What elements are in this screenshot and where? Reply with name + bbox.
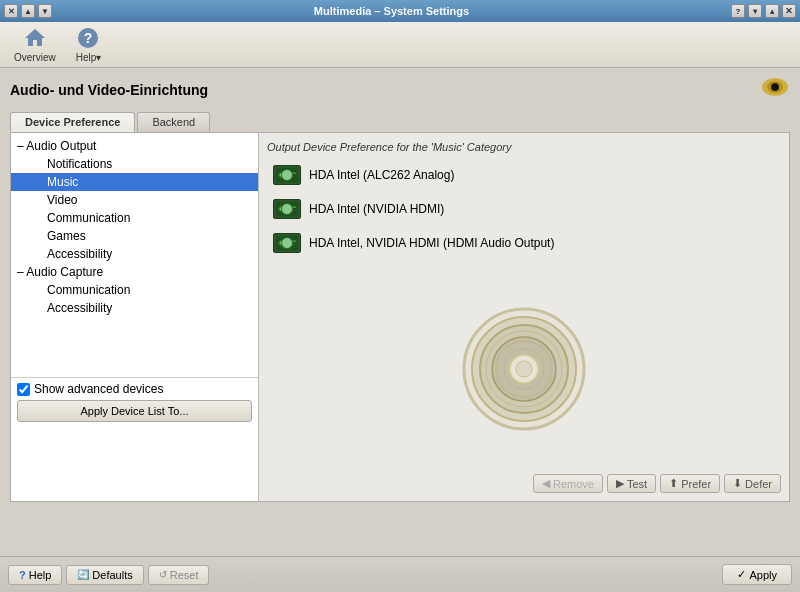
defaults-button[interactable]: 🔄 Defaults — [66, 565, 143, 585]
main-content: Audio- und Video-Einrichtung Device Pref… — [0, 68, 800, 556]
apply-button[interactable]: ✓ Apply — [722, 564, 792, 585]
svg-point-15 — [280, 208, 283, 211]
svg-rect-11 — [287, 176, 294, 178]
device-label-1: HDA Intel (ALC262 Analog) — [309, 168, 454, 182]
remove-button[interactable]: ◀ Remove — [533, 474, 603, 493]
svg-rect-23 — [287, 244, 294, 246]
tree-item-audio-output[interactable]: – Audio Output — [11, 137, 258, 155]
prefer-icon: ⬆ — [669, 477, 678, 490]
titlebar-btn2[interactable]: ▲ — [21, 4, 35, 18]
remove-icon: ◀ — [542, 477, 550, 490]
svg-point-21 — [280, 242, 283, 245]
svg-point-8 — [279, 172, 285, 178]
tree-item-video[interactable]: Video — [11, 191, 258, 209]
svg-point-5 — [773, 85, 777, 89]
help-button-statusbar[interactable]: ? Help — [8, 565, 62, 585]
device-item-3[interactable]: HDA Intel, NVIDIA HDMI (HDMI Audio Outpu… — [267, 229, 781, 257]
titlebar-btn3[interactable]: ▼ — [38, 4, 52, 18]
tree-item-communication2[interactable]: Communication — [11, 281, 258, 299]
device-label-3: HDA Intel, NVIDIA HDMI (HDMI Audio Outpu… — [309, 236, 554, 250]
help-icon: ? — [76, 26, 100, 50]
svg-point-20 — [279, 240, 285, 246]
device-icon-2 — [273, 199, 301, 219]
titlebar-help-btn[interactable]: ? — [731, 4, 745, 18]
titlebar: ✕ ▲ ▼ Multimedia – System Settings ? ▾ ▴… — [0, 0, 800, 22]
tree-item-accessibility[interactable]: Accessibility — [11, 245, 258, 263]
svg-point-29 — [516, 361, 532, 377]
reset-icon: ↺ — [159, 569, 167, 580]
help-label: Help▾ — [76, 52, 102, 63]
content-panel: Output Device Preference for the 'Music'… — [259, 133, 789, 501]
apply-icon: ✓ — [737, 568, 746, 581]
section-icon — [760, 76, 790, 104]
speaker-illustration — [267, 267, 781, 470]
device-actions: ◀ Remove ▶ Test ⬆ Prefer ⬇ Defer — [267, 470, 781, 493]
svg-point-9 — [280, 174, 283, 177]
apply-list-button[interactable]: Apply Device List To... — [17, 400, 252, 422]
help-icon-statusbar: ? — [19, 569, 26, 581]
toolbar: Overview ? Help▾ — [0, 22, 800, 68]
test-button[interactable]: ▶ Test — [607, 474, 656, 493]
tab-backend[interactable]: Backend — [137, 112, 210, 132]
svg-point-14 — [279, 206, 285, 212]
tree-item-accessibility2[interactable]: Accessibility — [11, 299, 258, 317]
svg-rect-17 — [287, 210, 294, 212]
device-icon-3 — [273, 233, 301, 253]
tree-panel: – Audio Output Notifications Music Video… — [11, 133, 259, 501]
tree-item-audio-capture[interactable]: – Audio Capture — [11, 263, 258, 281]
tree-item-games[interactable]: Games — [11, 227, 258, 245]
help-button[interactable]: ? Help▾ — [70, 24, 108, 65]
svg-rect-16 — [287, 206, 296, 208]
svg-rect-22 — [287, 240, 296, 242]
show-advanced-area: Show advanced devices — [17, 382, 252, 396]
titlebar-window-controls-left: ✕ ▲ ▼ — [4, 4, 52, 18]
device-list: HDA Intel (ALC262 Analog) — [267, 161, 781, 257]
show-advanced-label: Show advanced devices — [34, 382, 163, 396]
section-title: Audio- und Video-Einrichtung — [10, 76, 790, 104]
titlebar-menu-btn[interactable]: ✕ — [4, 4, 18, 18]
tab-device-preference[interactable]: Device Preference — [10, 112, 135, 132]
panel: – Audio Output Notifications Music Video… — [10, 132, 790, 502]
device-item-1[interactable]: HDA Intel (ALC262 Analog) — [267, 161, 781, 189]
titlebar-minimize-btn[interactable]: ▾ — [748, 4, 762, 18]
defaults-icon: 🔄 — [77, 569, 89, 580]
tabs: Device Preference Backend — [10, 112, 790, 132]
prefer-button[interactable]: ⬆ Prefer — [660, 474, 720, 493]
tree-item-music[interactable]: Music — [11, 173, 258, 191]
tree-item-notifications[interactable]: Notifications — [11, 155, 258, 173]
titlebar-window-controls-right: ? ▾ ▴ ✕ — [731, 4, 796, 18]
titlebar-maximize-btn[interactable]: ▴ — [765, 4, 779, 18]
svg-rect-10 — [287, 172, 296, 174]
titlebar-close-btn[interactable]: ✕ — [782, 4, 796, 18]
overview-label: Overview — [14, 52, 56, 63]
test-icon: ▶ — [616, 477, 624, 490]
defer-icon: ⬇ — [733, 477, 742, 490]
device-icon-1 — [273, 165, 301, 185]
overview-button[interactable]: Overview — [8, 24, 62, 65]
defer-button[interactable]: ⬇ Defer — [724, 474, 781, 493]
statusbar: ? Help 🔄 Defaults ↺ Reset ✓ Apply — [0, 556, 800, 592]
overview-icon — [23, 26, 47, 50]
device-item-2[interactable]: HDA Intel (NVIDIA HDMI) — [267, 195, 781, 223]
titlebar-title: Multimedia – System Settings — [52, 5, 731, 17]
tree-item-communication[interactable]: Communication — [11, 209, 258, 227]
svg-text:?: ? — [84, 30, 93, 46]
show-advanced-checkbox[interactable] — [17, 383, 30, 396]
content-panel-title: Output Device Preference for the 'Music'… — [267, 141, 781, 153]
device-label-2: HDA Intel (NVIDIA HDMI) — [309, 202, 444, 216]
reset-button[interactable]: ↺ Reset — [148, 565, 210, 585]
